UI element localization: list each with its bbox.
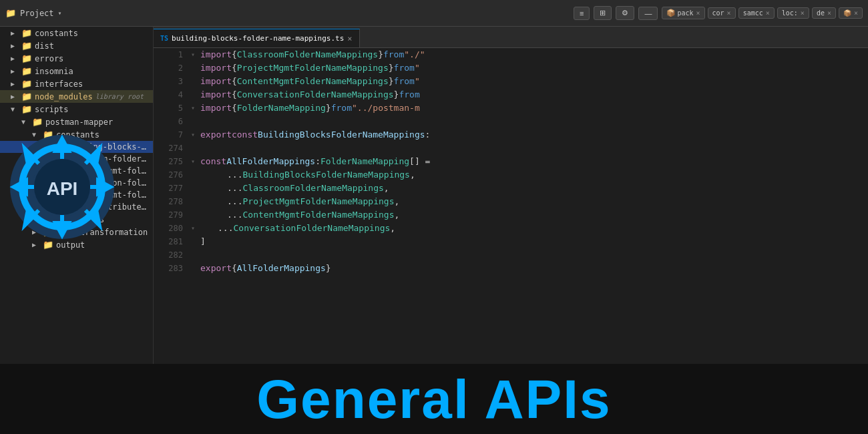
sidebar-item-scripts[interactable]: ▼ 📁 scripts: [0, 103, 153, 116]
typescript-file-icon: TS: [53, 144, 61, 151]
code-line-3: import { ContentMgmtFolderNameMappings }…: [191, 75, 868, 88]
sidebar-item-constants[interactable]: ▶ 📁 constants: [0, 27, 153, 39]
code-line-1: ▾ import { ClassroomFolderNameMappings }…: [191, 48, 868, 61]
chip-pack[interactable]: 📦 pack ×: [662, 7, 704, 19]
chevron-right-icon: ▶: [32, 241, 43, 248]
chip-pack-icon: 📦: [666, 9, 676, 17]
folder-icon: 📁: [21, 104, 32, 114]
file-tab-label: building-blocks-folder-name-mappings.ts: [172, 34, 344, 43]
sidebar-item-label: classroom-folder-name-mappings.ts: [64, 154, 150, 164]
sidebar-item-label: constants: [56, 130, 99, 140]
chip-samcc[interactable]: samcc ×: [738, 7, 775, 19]
align-button[interactable]: ≡: [574, 7, 590, 20]
line-num-279: 279: [154, 208, 183, 222]
chip-loc-close[interactable]: ×: [801, 9, 805, 17]
sidebar-item-insomnia[interactable]: ▶ 📁 insomnia: [0, 65, 153, 77]
folder-icon: 📁: [43, 240, 53, 250]
line-num-1: 1: [154, 48, 183, 61]
sidebar-item-errors[interactable]: ▶ 📁 errors: [0, 52, 153, 65]
sidebar-item-label: dist: [35, 41, 54, 51]
line-num-5: 5: [154, 101, 183, 115]
sidebar-item-label: building-blocks-folder-name-mappings.ts: [64, 142, 150, 152]
sidebar-item-static-attributes-file[interactable]: TS static-attributes.ts: [0, 201, 153, 213]
minus-icon: —: [644, 9, 652, 17]
class-ref: ContentMgmtFolderNameMappings: [237, 75, 389, 88]
sidebar-item-label: postman-mapper: [45, 118, 113, 127]
toolbar: 📁 Project ▾ ≡ ⊞ ⚙ — 📦 pack × cor ×: [0, 0, 868, 27]
folder-icon: 📁: [43, 227, 53, 237]
chip-cor-label: cor: [712, 9, 724, 17]
keyword-const: const: [232, 128, 258, 142]
code-line-282: [191, 248, 868, 262]
folder-icon: 📁: [21, 53, 32, 63]
chip-de-label: de: [817, 9, 825, 17]
class-ref: ClassroomFolderNameMappings: [242, 182, 383, 195]
sidebar-item-dist[interactable]: ▶ 📁 dist: [0, 39, 153, 52]
code-line-280: ▾ ... ConversationFolderNameMappings ,: [191, 222, 868, 235]
folder-icon: 📁: [43, 214, 53, 224]
sidebar-item-building-blocks-file[interactable]: TS building-blocks-folder-name-mappings.…: [0, 141, 153, 153]
code-line-278: ... ProjectMgmtFolderNameMappings ,: [191, 195, 868, 208]
sidebar-item-label: content-mgmt-folder-name-mappings.ts: [64, 166, 150, 176]
minus-button[interactable]: —: [638, 7, 658, 20]
file-tab-active[interactable]: TS building-blocks-folder-name-mappings.…: [154, 29, 360, 47]
chip-extra-close[interactable]: ×: [854, 9, 858, 17]
sidebar-item-constants-sub[interactable]: ▼ 📁 constants: [0, 128, 153, 141]
fold-icon: ▾: [191, 48, 200, 61]
sidebar-item-label: errors: [35, 54, 63, 63]
chip-loc[interactable]: loc: ×: [777, 7, 809, 19]
chip-cor-close[interactable]: ×: [727, 9, 731, 17]
chip-cor[interactable]: cor ×: [708, 7, 736, 19]
close-tab-button[interactable]: ×: [347, 34, 352, 43]
chip-samcc-close[interactable]: ×: [766, 9, 770, 17]
line-num-283: 283: [154, 262, 183, 275]
variable-name: AllFolderMappings: [226, 155, 315, 168]
folder-icon: 📁: [32, 117, 43, 127]
code-line-279: ... ContentMgmtFolderNameMappings ,: [191, 208, 868, 222]
project-dropdown-arrow[interactable]: ▾: [58, 9, 62, 17]
sidebar-item-conversation-file[interactable]: TS conversation-folder-name-mappings.ts: [0, 177, 153, 189]
sidebar-item-output[interactable]: ▶ 📁 output: [0, 238, 153, 251]
code-line-277: ... ClassroomFolderNameMappings ,: [191, 182, 868, 195]
chip-de[interactable]: de ×: [812, 7, 836, 19]
class-ref: ConversationFolderNameMappings: [233, 222, 390, 235]
sidebar-item-project-mgmt-file[interactable]: TS project-mgmt-folder-name-mappings.ts: [0, 189, 153, 201]
sidebar-item-json-transformation[interactable]: ▶ 📁 json-transformation: [0, 226, 153, 238]
typescript-file-icon: TS: [53, 168, 61, 175]
chip-pack-label: pack: [677, 9, 693, 17]
sidebar-item-label: project-mgmt-folder-name-mappings.ts: [64, 190, 150, 200]
line-num-282: 282: [154, 248, 183, 262]
chip-extra[interactable]: 📦 ×: [839, 7, 863, 19]
line-num-2: 2: [154, 61, 183, 75]
chip-de-close[interactable]: ×: [827, 9, 831, 17]
chip-pack-close[interactable]: ×: [696, 9, 700, 17]
class-ref: ContentMgmtFolderNameMappings: [242, 208, 394, 222]
sidebar-item-postman-mapper[interactable]: ▼ 📁 postman-mapper: [0, 116, 153, 128]
line-num-4: 4: [154, 88, 183, 101]
toolbar-chips: 📦 pack × cor × samcc × loc: × de × 📦: [662, 7, 863, 19]
keyword-export: export: [200, 262, 232, 275]
type-ref: FolderNameMapping: [320, 155, 409, 168]
chevron-right-icon: ▶: [11, 29, 21, 37]
sidebar-item-interfaces[interactable]: ▶ 📁 interfaces: [0, 77, 153, 90]
sidebar-item-classroom-file[interactable]: TS classroom-folder-name-mappings.ts: [0, 153, 153, 165]
split-button[interactable]: ⊞: [594, 6, 612, 20]
typescript-file-icon: TS: [53, 180, 61, 187]
sidebar-item-content-mgmt-file[interactable]: TS content-mgmt-folder-name-mappings.ts: [0, 165, 153, 177]
variable-name: AllFolderMappings: [237, 262, 326, 275]
align-icon: ≡: [580, 9, 584, 17]
chip-extra-icon: 📦: [843, 9, 851, 17]
line-num-7: 7: [154, 128, 183, 142]
folder-icon: 📁: [21, 79, 32, 89]
sidebar-item-label: node_modules: [35, 92, 93, 101]
gear-button[interactable]: ⚙: [616, 6, 634, 20]
sidebar-item-label: output: [56, 240, 85, 250]
toolbar-left: 📁 Project ▾ ≡ ⊞ ⚙ — 📦 pack × cor ×: [5, 6, 863, 20]
code-line-2: import { ProjectMgmtFolderNameMappings }…: [191, 61, 868, 75]
sidebar-item-interfaces-sub[interactable]: ▶ 📁 interfaces: [0, 213, 153, 226]
code-line-275: ▾ const AllFolderMappings : FolderNameMa…: [191, 155, 868, 168]
class-ref: FolderNameMapping: [237, 101, 326, 115]
sidebar-item-node-modules[interactable]: ▶ 📁 node_modules library root: [0, 90, 153, 103]
keyword-import: import: [200, 75, 232, 88]
code-line-283: export { AllFolderMappings }: [191, 262, 868, 275]
